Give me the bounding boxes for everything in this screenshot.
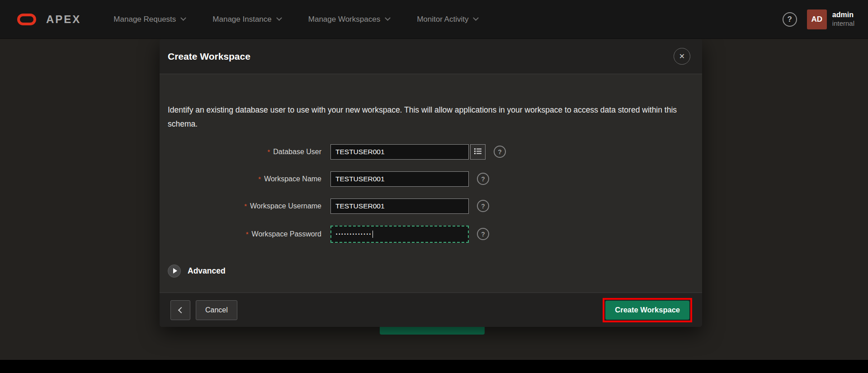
dialog-description: Identify an existing database user to us… bbox=[168, 103, 684, 132]
menu-label: Manage Workspaces bbox=[308, 15, 380, 24]
required-marker: * bbox=[246, 230, 249, 238]
dialog-footer: Cancel Create Workspace bbox=[160, 293, 702, 327]
user-name: admin bbox=[832, 10, 854, 19]
dialog-title: Create Workspace bbox=[168, 51, 250, 62]
required-marker: * bbox=[244, 202, 247, 210]
dialog-body: Identify an existing database user to us… bbox=[160, 74, 702, 293]
advanced-section-toggle[interactable]: Advanced bbox=[168, 264, 684, 278]
menu-label: Monitor Activity bbox=[417, 15, 468, 24]
menu-label: Manage Instance bbox=[212, 15, 271, 24]
workspace-form: *Database User ? bbox=[168, 144, 684, 243]
password-masked-value: ••••••••••••• bbox=[336, 232, 372, 236]
annotation-highlight-box: Create Workspace bbox=[603, 298, 692, 322]
required-marker: * bbox=[267, 148, 270, 156]
avatar: AD bbox=[807, 9, 827, 29]
chevron-down-icon bbox=[385, 15, 391, 21]
main-menu: Manage Requests Manage Instance Manage W… bbox=[113, 15, 478, 24]
chevron-down-icon bbox=[180, 15, 186, 21]
workspace-username-input[interactable] bbox=[330, 198, 469, 214]
help-icon[interactable]: ? bbox=[477, 200, 489, 212]
menu-manage-requests[interactable]: Manage Requests bbox=[113, 15, 185, 24]
help-icon[interactable]: ? bbox=[477, 173, 489, 185]
form-row-workspace-username: *Workspace Username ? bbox=[168, 198, 684, 214]
user-realm: internal bbox=[832, 19, 854, 28]
form-row-database-user: *Database User ? bbox=[168, 144, 684, 160]
chevron-down-icon bbox=[473, 15, 479, 21]
workspace-username-label: *Workspace Username bbox=[168, 202, 321, 210]
nav-right-section: ? AD admin internal bbox=[783, 9, 854, 29]
text-caret bbox=[373, 231, 373, 238]
database-user-label: *Database User bbox=[168, 148, 321, 156]
list-icon bbox=[474, 147, 482, 156]
oracle-logo-icon bbox=[17, 14, 36, 25]
user-info: admin internal bbox=[832, 10, 854, 28]
workspace-name-label: *Workspace Name bbox=[168, 175, 321, 183]
close-icon[interactable]: ✕ bbox=[674, 48, 690, 65]
help-icon[interactable]: ? bbox=[477, 228, 489, 240]
cancel-button[interactable]: Cancel bbox=[196, 300, 237, 320]
chevron-down-icon bbox=[276, 15, 282, 21]
user-menu[interactable]: AD admin internal bbox=[807, 9, 854, 29]
back-button[interactable] bbox=[170, 300, 190, 320]
menu-monitor-activity[interactable]: Monitor Activity bbox=[417, 15, 478, 24]
workspace-password-label: *Workspace Password bbox=[168, 230, 321, 238]
workspace-name-input[interactable] bbox=[330, 171, 469, 187]
create-workspace-button[interactable]: Create Workspace bbox=[605, 301, 689, 320]
dialog-header: Create Workspace ✕ bbox=[160, 39, 702, 74]
form-row-workspace-password: *Workspace Password ••••••••••••• ? bbox=[168, 226, 684, 243]
required-marker: * bbox=[258, 175, 261, 183]
help-icon[interactable]: ? bbox=[783, 12, 797, 27]
workspace-password-input[interactable]: ••••••••••••• bbox=[330, 226, 469, 243]
advanced-label: Advanced bbox=[188, 266, 226, 276]
expand-arrow-icon bbox=[168, 264, 181, 278]
menu-manage-workspaces[interactable]: Manage Workspaces bbox=[308, 15, 390, 24]
menu-manage-instance[interactable]: Manage Instance bbox=[212, 15, 281, 24]
create-workspace-dialog: Create Workspace ✕ Identify an existing … bbox=[160, 39, 702, 327]
bottom-bar bbox=[0, 360, 868, 373]
menu-label: Manage Requests bbox=[113, 15, 176, 24]
database-user-input[interactable] bbox=[330, 144, 469, 160]
form-row-workspace-name: *Workspace Name ? bbox=[168, 171, 684, 187]
chevron-left-icon bbox=[178, 307, 184, 313]
database-user-lov-button[interactable] bbox=[470, 144, 486, 160]
brand-apex: APEX bbox=[46, 13, 81, 26]
top-navigation-bar: APEX Manage Requests Manage Instance Man… bbox=[0, 0, 868, 39]
help-icon[interactable]: ? bbox=[494, 146, 506, 158]
